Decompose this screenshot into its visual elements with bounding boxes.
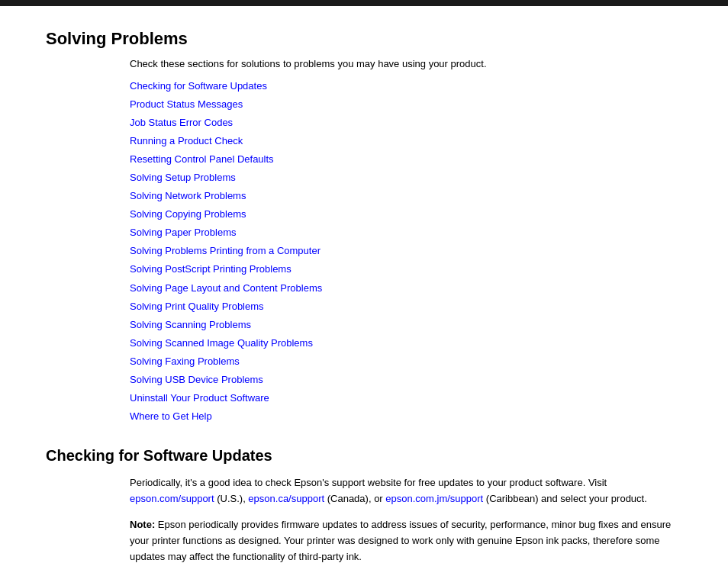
list-item: Uninstall Your Product Software	[130, 389, 682, 407]
link-solving-scanning-problems[interactable]: Solving Scanning Problems	[130, 319, 251, 330]
list-item: Solving Problems Printing from a Compute…	[130, 242, 682, 260]
list-item: Solving USB Device Problems	[130, 371, 682, 389]
link-solving-paper-problems[interactable]: Solving Paper Problems	[130, 227, 236, 238]
list-item: Solving Scanning Problems	[130, 316, 682, 334]
section1-links-list: Checking for Software Updates Product St…	[130, 77, 682, 426]
list-item: Where to Get Help	[130, 407, 682, 426]
link-resetting-control-panel[interactable]: Resetting Control Panel Defaults	[130, 153, 274, 165]
list-item: Solving Faxing Problems	[130, 352, 682, 371]
link-job-status-error-codes[interactable]: Job Status Error Codes	[130, 117, 233, 128]
link-solving-network-problems[interactable]: Solving Network Problems	[130, 190, 246, 201]
list-item: Product Status Messages	[130, 95, 682, 114]
link-solving-printing-computer[interactable]: Solving Problems Printing from a Compute…	[130, 245, 321, 256]
link-product-status-messages[interactable]: Product Status Messages	[130, 98, 243, 110]
note-label: Note:	[130, 519, 155, 530]
link-where-to-get-help[interactable]: Where to Get Help	[130, 410, 212, 422]
section2-para1-mid2: (Canada), or	[324, 493, 385, 504]
section2: Checking for Software Updates Periodical…	[46, 447, 682, 563]
section2-para1-pre: Periodically, it's a good idea to check …	[130, 477, 607, 488]
section2-para1-end: (Caribbean) and select your product.	[483, 493, 647, 504]
link-solving-faxing-problems[interactable]: Solving Faxing Problems	[130, 355, 240, 367]
section2-para1-mid1: (U.S.),	[214, 493, 249, 504]
link-solving-postscript[interactable]: Solving PostScript Printing Problems	[130, 263, 292, 275]
section1: Solving Problems Check these sections fo…	[46, 29, 682, 426]
section2-title: Checking for Software Updates	[46, 447, 682, 465]
link-solving-print-quality[interactable]: Solving Print Quality Problems	[130, 301, 264, 312]
section1-intro: Check these sections for solutions to pr…	[130, 58, 682, 69]
link-solving-usb-problems[interactable]: Solving USB Device Problems	[130, 374, 263, 385]
list-item: Job Status Error Codes	[130, 114, 682, 132]
link-epson-support-jm[interactable]: epson.com.jm/support	[385, 493, 483, 504]
link-checking-software-updates[interactable]: Checking for Software Updates	[130, 80, 267, 92]
list-item: Solving Print Quality Problems	[130, 298, 682, 316]
link-solving-page-layout[interactable]: Solving Page Layout and Content Problems	[130, 282, 322, 294]
page-container: Solving Problems Check these sections fo…	[0, 6, 728, 563]
list-item: Solving PostScript Printing Problems	[130, 260, 682, 278]
list-item: Running a Product Check	[130, 132, 682, 150]
list-item: Solving Scanned Image Quality Problems	[130, 334, 682, 352]
link-uninstall-software[interactable]: Uninstall Your Product Software	[130, 392, 269, 404]
section2-content: Periodically, it's a good idea to check …	[130, 475, 682, 563]
link-solving-copying-problems[interactable]: Solving Copying Problems	[130, 208, 246, 220]
link-epson-support-ca[interactable]: epson.ca/support	[248, 493, 324, 504]
list-item: Resetting Control Panel Defaults	[130, 150, 682, 169]
list-item: Solving Copying Problems	[130, 205, 682, 224]
link-epson-support-us[interactable]: epson.com/support	[130, 493, 214, 504]
list-item: Checking for Software Updates	[130, 77, 682, 95]
note-body: Epson periodically provides firmware upd…	[130, 519, 671, 562]
link-solving-scanned-quality[interactable]: Solving Scanned Image Quality Problems	[130, 337, 313, 349]
top-bar	[0, 0, 728, 6]
link-solving-setup-problems[interactable]: Solving Setup Problems	[130, 172, 236, 183]
section2-paragraph1: Periodically, it's a good idea to check …	[130, 475, 682, 507]
list-item: Solving Setup Problems	[130, 169, 682, 187]
section1-title: Solving Problems	[46, 29, 682, 49]
list-item: Solving Network Problems	[130, 187, 682, 205]
link-running-product-check[interactable]: Running a Product Check	[130, 135, 243, 146]
list-item: Solving Page Layout and Content Problems	[130, 279, 682, 298]
section2-note: Note: Epson periodically provides firmwa…	[130, 517, 682, 563]
list-item: Solving Paper Problems	[130, 224, 682, 242]
